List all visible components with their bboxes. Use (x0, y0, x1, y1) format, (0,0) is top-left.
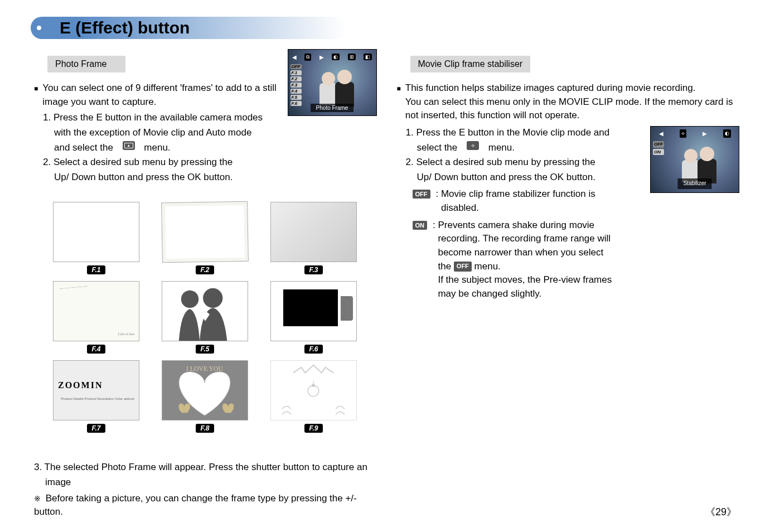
intro-text: not inserted, this function will not ope… (405, 110, 580, 120)
right-arrow-icon: ▶ (319, 54, 324, 60)
section-label-photo-frame: Photo Frame (47, 56, 125, 72)
frame7-lines: Product Details Product Description Colo… (61, 397, 134, 401)
step-text: Up/ Down button and press the OK button. (417, 171, 595, 185)
on-text: : Prevents camera shake during movie (433, 220, 594, 230)
note-icon: ※ (34, 494, 41, 503)
lcd-preview-stabilizer: ◀ ⟡ ▶ ◐ OFF ON Stabilizer (650, 126, 739, 193)
svg-point-3 (312, 384, 315, 388)
frame-label: F.5 (196, 345, 214, 354)
off-inline-badge-icon: OFF (454, 262, 472, 272)
lcd-top-icons: ◀ ⟡ ▶ ◐ (651, 129, 739, 139)
frame-option-6: F.6 (265, 281, 362, 354)
palette-icon: ◐ (723, 129, 731, 138)
frame-option-9: F.9 (265, 360, 362, 433)
step-text: select the (417, 141, 458, 155)
lcd-top-icons: ◀ ⧉ ▶ ◐ ⊞ ◧ (288, 52, 376, 62)
page-number-value: 29 (715, 506, 727, 518)
bullet-icon: ■ (34, 84, 38, 94)
lcd-side-item: F.6 (290, 101, 302, 106)
lcd-side-list: OFF F.1 F.2 F.3 F.4 F.5 F.6 (290, 64, 302, 106)
stabilizer-menu-icon (467, 141, 479, 150)
stabilizer-icon: ⟡ (680, 129, 686, 138)
intro-text: This function helps stabilize images cap… (405, 83, 696, 93)
title-dot-icon (35, 24, 43, 32)
step-text: 1. Press the E button in the available c… (43, 111, 263, 125)
step-text: menu. (144, 141, 170, 155)
frame7-logo: ZOOMIN (58, 380, 134, 390)
step-text: 3. The selected Photo Frame will appear.… (34, 461, 367, 475)
frame-label: F.1 (87, 265, 105, 274)
page-number: 《29》 (705, 505, 737, 519)
on-text: may be changed slightly. (438, 288, 541, 299)
step-text: and select the (54, 141, 113, 155)
on-text: recording. The recording frame range wil… (438, 233, 611, 244)
on-text: become narrower than when you select (438, 247, 603, 258)
lcd-side-item: F.2 (290, 76, 302, 81)
svg-point-0 (181, 291, 198, 308)
frame-option-8: I LOVE YOU F.8 (156, 360, 254, 433)
lcd-side-item: OFF (653, 141, 664, 148)
frame-option-5: F.5 (156, 281, 254, 354)
frame-icon: ⧉ (304, 54, 311, 61)
on-text: If the subject moves, the Pre-view frame… (438, 274, 612, 285)
frame-label: F.4 (87, 345, 105, 354)
on-text: the (438, 261, 451, 272)
frame-option-4: Life is fun F.4 (47, 281, 145, 354)
lcd-side-item: F.4 (290, 89, 302, 94)
lcd-side-item: OFF (290, 64, 302, 69)
step-text: with the exception of Movie clip and Aut… (54, 126, 251, 140)
svg-point-1 (203, 288, 222, 308)
frame-option-7: ZOOMIN Product Details Product Descripti… (47, 360, 145, 433)
step-text: 2. Select a desired sub menu by pressing… (406, 156, 595, 170)
title-pill: E (Effect) button (31, 17, 346, 39)
lcd-caption: Photo Frame (311, 104, 354, 112)
left-arrow-icon: ◀ (659, 130, 664, 138)
off-text: : Movie clip frame stabilizer function i… (436, 188, 595, 199)
frame-menu-icon (123, 141, 135, 150)
frame-label: F.8 (196, 424, 214, 433)
step-text: 1. Press the E button in the Movie clip … (406, 126, 610, 140)
off-text: disabled. (441, 202, 479, 213)
frame-label: F.6 (304, 345, 322, 354)
bullet-icon: ■ (397, 84, 401, 94)
lcd-side-item: F.5 (290, 95, 302, 100)
frame-label: F.9 (304, 424, 322, 433)
off-badge-icon: OFF (413, 190, 430, 199)
frame-option-3: F.3 (265, 202, 362, 274)
on-badge-icon: ON (413, 221, 428, 230)
frame-label: F.3 (304, 265, 322, 274)
lcd-side-list: OFF ON (653, 141, 664, 155)
svg-point-2 (308, 386, 319, 397)
frame-label: F.2 (196, 265, 214, 274)
page-title: E (Effect) button (60, 18, 190, 37)
right-arrow-icon: ▶ (703, 130, 707, 138)
right-column: Movie Clip frame stabiliser ■ This funct… (394, 49, 740, 519)
stabilizer-icon: ◧ (364, 54, 372, 60)
frame-label: F.7 (87, 424, 105, 433)
step-text: Up/ Down button and press the OK button. (54, 171, 233, 185)
note-text: Before taking a picture, you can change … (34, 493, 357, 518)
composite-icon: ⊞ (348, 54, 356, 60)
left-column: Photo Frame ◀ ⧉ ▶ ◐ ⊞ ◧ OFF (31, 49, 377, 519)
step-text: 2. Select a desired sub menu by pressing… (43, 156, 233, 170)
frame-option-2: F.2 (156, 202, 254, 274)
lcd-preview-photo-frame: ◀ ⧉ ▶ ◐ ⊞ ◧ OFF F.1 F.2 F.3 F.4 F.5 F.6 … (288, 49, 377, 116)
intro-text: You can select this menu only in the MOV… (405, 96, 733, 107)
lcd-side-item: ON (653, 149, 664, 156)
intro-text: You can select one of 9 different 'frame… (42, 81, 277, 109)
lcd-side-item: F.1 (290, 70, 302, 75)
step-text: image (45, 476, 71, 490)
lcd-side-item: F.3 (290, 83, 302, 88)
left-arrow-icon: ◀ (292, 54, 297, 60)
frame8-text: I LOVE YOU (186, 365, 224, 373)
title-bar: E (Effect) button (31, 17, 739, 39)
step-text: menu. (488, 141, 515, 155)
frame4-caption: Life is fun (118, 332, 134, 336)
palette-icon: ◐ (332, 54, 340, 60)
frame-option-1: F.1 (47, 202, 145, 274)
lcd-caption: Stabilizer (677, 178, 711, 189)
frame-grid: F.1 F.2 F.3 Life is fun F.4 (47, 202, 377, 433)
on-text: menu. (474, 261, 501, 272)
section-label-stabiliser: Movie Clip frame stabiliser (410, 56, 531, 72)
